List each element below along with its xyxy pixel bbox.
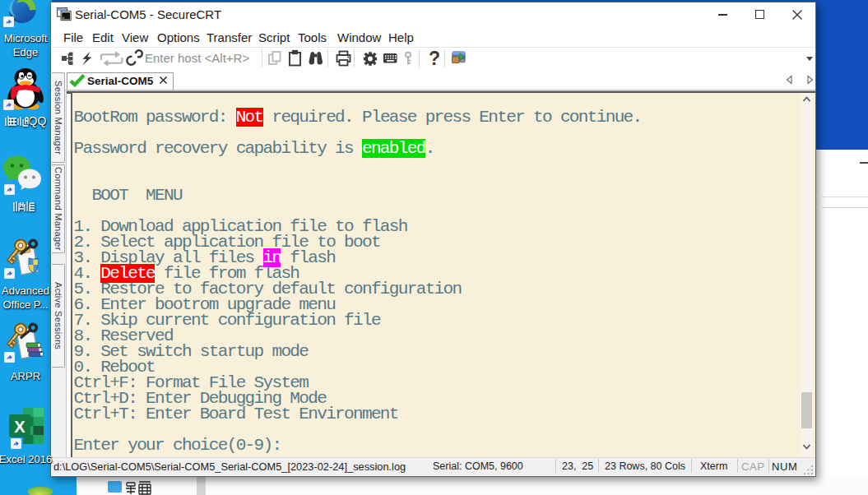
svg-text:?: ? [429, 48, 440, 69]
svg-text:X: X [14, 418, 26, 436]
